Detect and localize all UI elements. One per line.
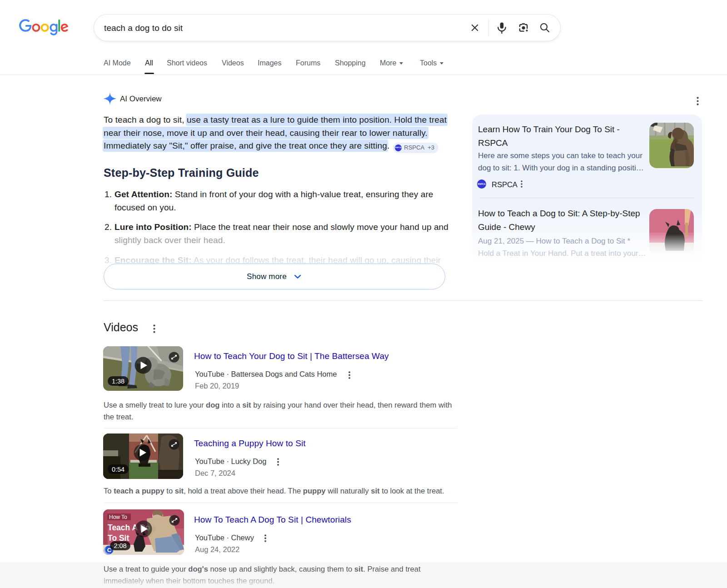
svg-text:2:08: 2:08	[114, 542, 126, 549]
svg-text:0:54: 0:54	[112, 466, 124, 473]
svg-text:1:38: 1:38	[112, 378, 124, 385]
svg-text:How To: How To	[109, 514, 127, 520]
